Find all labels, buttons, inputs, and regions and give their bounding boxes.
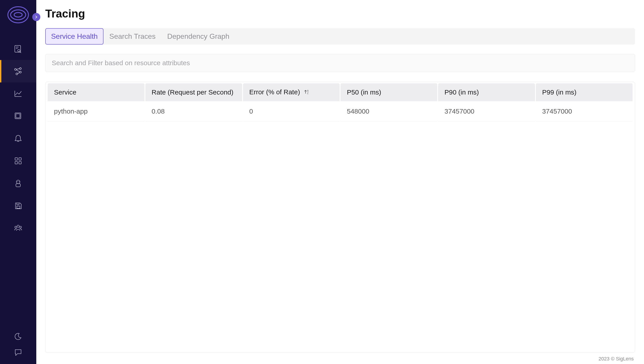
svg-rect-24: [17, 203, 19, 205]
footer: 2023 © SigLens: [45, 353, 635, 362]
cell-p90: 37457000: [438, 101, 535, 122]
svg-point-26: [15, 226, 16, 228]
col-rate[interactable]: Rate (Request per Second): [146, 83, 242, 101]
svg-point-19: [16, 180, 20, 184]
col-p90-label: P90 (in ms): [444, 88, 479, 96]
svg-rect-22: [16, 184, 20, 187]
svg-line-11: [16, 70, 20, 72]
service-table: Service Rate (Request per Second) Error …: [47, 83, 634, 122]
nav-metrics[interactable]: [0, 82, 36, 105]
table-row[interactable]: python-app 0.08 0 548000 37457000 374570…: [48, 101, 632, 122]
theme-toggle-icon[interactable]: [14, 332, 22, 342]
search-input[interactable]: [52, 59, 628, 67]
page-title: Tracing: [45, 7, 635, 20]
svg-line-10: [16, 68, 20, 70]
svg-point-21: [19, 182, 20, 182]
col-p99-label: P99 (in ms): [542, 88, 576, 96]
search-box: [45, 54, 635, 72]
svg-rect-15: [15, 158, 18, 160]
logo-wrap: [0, 0, 36, 33]
cell-service: python-app: [48, 101, 144, 122]
svg-point-9: [16, 73, 18, 75]
nav-bot[interactable]: [0, 172, 36, 194]
nav-search[interactable]: [0, 38, 36, 60]
svg-rect-17: [15, 162, 18, 164]
svg-point-25: [17, 225, 19, 227]
sidebar-bottom: [0, 332, 36, 364]
cell-rate: 0.08: [146, 101, 242, 122]
nav-dashboards[interactable]: [0, 105, 36, 127]
svg-rect-14: [16, 114, 20, 118]
feedback-icon[interactable]: [14, 348, 22, 357]
nav-items: [0, 38, 36, 239]
svg-point-20: [17, 182, 18, 182]
col-p90[interactable]: P90 (in ms): [438, 83, 535, 101]
sidebar: [0, 0, 36, 364]
nav-alerts[interactable]: [0, 127, 36, 150]
svg-line-12: [18, 72, 20, 74]
expand-sidebar-button[interactable]: [32, 13, 40, 21]
tab-search-traces[interactable]: Search Traces: [104, 28, 161, 44]
col-service[interactable]: Service: [48, 83, 144, 101]
svg-rect-23: [17, 206, 20, 208]
col-rate-label: Rate (Request per Second): [152, 88, 234, 96]
nav-save[interactable]: [0, 194, 36, 217]
col-error-label: Error (% of Rate): [249, 88, 300, 96]
nav-org[interactable]: [0, 217, 36, 239]
logo-icon: [8, 6, 29, 24]
tab-bar: Service Health Search Traces Dependency …: [45, 28, 635, 44]
tab-service-health[interactable]: Service Health: [45, 28, 104, 44]
cell-p99: 37457000: [536, 101, 632, 122]
col-p99[interactable]: P99 (in ms): [536, 83, 632, 101]
svg-point-2: [18, 50, 20, 52]
col-p50-label: P50 (in ms): [347, 88, 381, 96]
svg-rect-18: [19, 162, 21, 164]
col-service-label: Service: [54, 88, 76, 96]
svg-point-8: [20, 71, 21, 73]
sort-icon: AZ: [304, 89, 310, 96]
cell-p50: 548000: [340, 101, 437, 122]
data-panel: Service Rate (Request per Second) Error …: [45, 82, 635, 353]
nav-tracing[interactable]: [0, 60, 36, 82]
svg-text:A: A: [307, 90, 309, 92]
cell-error: 0: [243, 101, 340, 122]
svg-point-6: [14, 68, 16, 70]
col-p50[interactable]: P50 (in ms): [340, 83, 437, 101]
svg-point-27: [20, 226, 22, 228]
nav-apps[interactable]: [0, 150, 36, 172]
main: Tracing Service Health Search Traces Dep…: [36, 0, 644, 364]
svg-rect-16: [19, 158, 21, 160]
svg-point-0: [14, 12, 22, 17]
svg-text:Z: Z: [307, 92, 308, 94]
tab-dependency-graph[interactable]: Dependency Graph: [161, 28, 235, 44]
col-error[interactable]: Error (% of Rate) AZ: [243, 83, 340, 101]
svg-point-7: [20, 68, 21, 70]
